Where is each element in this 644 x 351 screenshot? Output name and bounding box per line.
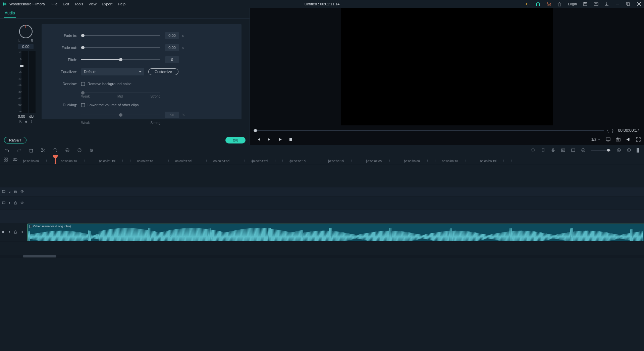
gain-slider[interactable]: [20, 65, 23, 67]
login-button[interactable]: Login: [568, 2, 577, 6]
preview-timecode: 00:00:00:17: [617, 127, 641, 133]
record-vo-icon[interactable]: [551, 148, 555, 153]
svg-rect-46: [572, 149, 575, 152]
adjust-icon[interactable]: [89, 148, 94, 153]
ducking-unit: %: [182, 113, 185, 117]
volume-icon[interactable]: [626, 137, 631, 142]
undo-icon[interactable]: [5, 148, 9, 153]
svg-rect-58: [2, 190, 5, 192]
minimize-icon[interactable]: [615, 2, 620, 6]
gain-unit: dB: [29, 114, 34, 118]
zoom-fit-icon[interactable]: [627, 148, 631, 153]
mark-out-icon[interactable]: }: [612, 128, 613, 133]
fadeout-value[interactable]: 0.00: [165, 44, 179, 51]
fadein-slider[interactable]: [81, 35, 160, 36]
reset-button[interactable]: RESET: [4, 137, 26, 143]
denoise-checkbox-label: Remove background noise: [88, 82, 131, 86]
menu-export[interactable]: Export: [102, 2, 113, 6]
menu-file[interactable]: File: [52, 2, 58, 6]
step-back-icon[interactable]: [257, 137, 261, 141]
track-v2-lock-icon[interactable]: [14, 190, 17, 194]
mask-icon[interactable]: [65, 148, 70, 153]
menu-tools[interactable]: Tools: [74, 2, 83, 6]
ducking-checkbox[interactable]: [81, 103, 85, 107]
track-a1-lock-icon[interactable]: [14, 230, 17, 234]
svg-point-24: [618, 139, 619, 140]
display-icon[interactable]: [606, 137, 610, 142]
play-icon[interactable]: [278, 137, 282, 141]
sun-icon[interactable]: [525, 2, 530, 6]
mixer-icon[interactable]: [561, 148, 566, 153]
menu-view[interactable]: View: [89, 2, 97, 6]
crop-zoom-icon[interactable]: [53, 148, 58, 153]
ducking-label: Ducking:: [52, 103, 77, 107]
zoom-out-icon[interactable]: [581, 148, 586, 153]
track-manager-icon[interactable]: [3, 157, 8, 162]
render-icon[interactable]: [531, 148, 535, 153]
close-icon[interactable]: [637, 2, 641, 6]
delete-icon[interactable]: [29, 148, 34, 153]
link-icon[interactable]: [13, 157, 17, 162]
equalizer-select[interactable]: Default: [81, 68, 144, 75]
redo-icon[interactable]: [17, 148, 21, 153]
keyframe-prev-icon[interactable]: K: [19, 120, 22, 123]
customize-button[interactable]: Customize: [148, 68, 178, 75]
download-icon[interactable]: [604, 2, 609, 6]
fullscreen-icon[interactable]: [636, 137, 641, 142]
denoise-slider[interactable]: [81, 93, 160, 93]
svg-point-41: [531, 149, 535, 152]
preview-scrubber[interactable]: [253, 130, 604, 131]
mail-icon[interactable]: [594, 2, 598, 6]
waveform: [28, 228, 644, 241]
fadeout-slider[interactable]: [81, 47, 160, 48]
stop-icon[interactable]: [289, 137, 293, 141]
split-view-icon[interactable]: [637, 148, 639, 153]
mark-in-icon[interactable]: {: [607, 128, 609, 133]
audio-clip[interactable]: Other scenerios (Long intro): [28, 224, 644, 241]
media-icon[interactable]: [571, 148, 576, 153]
svg-rect-56: [4, 160, 5, 161]
fadein-value[interactable]: 0.00: [165, 32, 179, 39]
pitch-slider[interactable]: [81, 59, 160, 60]
split-icon[interactable]: [41, 148, 46, 153]
balance-knob[interactable]: [19, 25, 33, 38]
preview-canvas[interactable]: [341, 8, 553, 125]
fadeout-unit: s: [182, 46, 184, 50]
track-a1-icon: [2, 230, 5, 234]
svg-rect-59: [14, 191, 16, 193]
svg-rect-26: [30, 149, 33, 152]
clip-label: Other scenerios (Long intro): [33, 225, 71, 228]
pitch-value[interactable]: 0: [165, 56, 179, 63]
step-forward-icon[interactable]: [267, 137, 271, 141]
trash-icon[interactable]: [557, 2, 562, 6]
timeline-ruler[interactable]: 00:00:00:0000:00:00:2000:00:01:1500:00:0…: [23, 155, 644, 164]
svg-rect-17: [627, 3, 630, 6]
timeline-tracks: 2 1 1 Other scenerios (Long intro): [0, 164, 644, 255]
headphones-icon[interactable]: [536, 2, 540, 6]
keyframe-add-icon[interactable]: ◆: [25, 120, 28, 123]
track-v1-lock-icon[interactable]: [14, 201, 17, 205]
svg-rect-54: [4, 158, 5, 159]
speed-icon[interactable]: [77, 148, 82, 153]
track-v1-icon: [2, 201, 5, 205]
marker-icon[interactable]: [541, 148, 545, 153]
menu-edit[interactable]: Edit: [63, 2, 69, 6]
playhead[interactable]: [55, 155, 56, 164]
cart-icon[interactable]: [546, 2, 551, 6]
ok-button[interactable]: OK: [225, 137, 246, 143]
denoise-checkbox[interactable]: [81, 82, 85, 86]
ducking-slider[interactable]: [81, 115, 160, 115]
preview-zoom-select[interactable]: 1/2: [591, 137, 600, 141]
menu-help[interactable]: Help: [118, 2, 125, 6]
timeline-toolbar: [0, 145, 644, 155]
timeline-hscroll[interactable]: [0, 255, 644, 258]
maximize-icon[interactable]: [626, 2, 631, 6]
fadein-unit: s: [182, 34, 184, 38]
save-icon[interactable]: [583, 2, 588, 6]
snapshot-icon[interactable]: [616, 137, 621, 142]
tab-audio[interactable]: Audio: [4, 9, 16, 18]
svg-point-60: [22, 191, 22, 192]
keyframe-next-icon[interactable]: ⟩: [31, 120, 32, 123]
zoom-in-icon[interactable]: [616, 148, 621, 153]
timeline-zoom-slider[interactable]: [591, 150, 611, 151]
